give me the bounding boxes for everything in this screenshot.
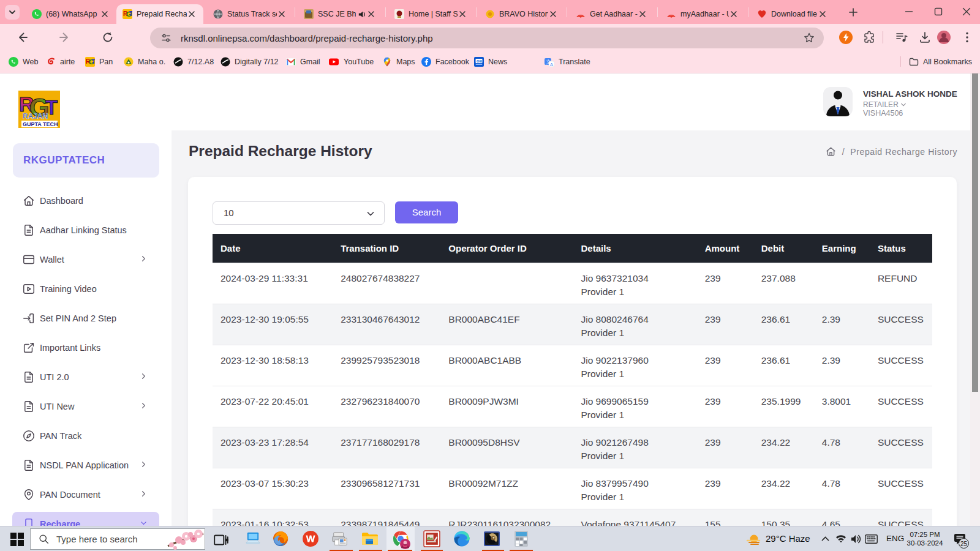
- svg-text:T: T: [129, 10, 132, 17]
- svg-text:RAJAN: RAJAN: [23, 112, 48, 121]
- svg-text:GB: GB: [477, 59, 483, 63]
- svg-text:A: A: [550, 62, 553, 67]
- svg-text:T: T: [92, 58, 95, 65]
- svg-text:GUPTA TECH: GUPTA TECH: [23, 121, 58, 127]
